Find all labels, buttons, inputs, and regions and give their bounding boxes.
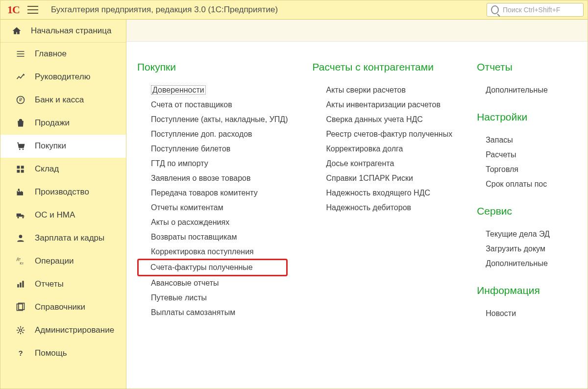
grid-icon — [15, 164, 26, 174]
link[interactable]: Авансовые отчеты — [151, 279, 219, 287]
svg-point-10 — [19, 235, 23, 238]
search-input[interactable] — [502, 5, 579, 14]
sidebar-item-label: Производство — [35, 187, 89, 197]
app-title: Бухгалтерия предприятия, редакция 3.0 (1… — [42, 5, 278, 15]
link[interactable]: Поступление билетов — [151, 145, 230, 153]
link[interactable]: Выплаты самозанятым — [151, 308, 235, 316]
link-item: Торговля — [477, 162, 550, 177]
link-item: Справки 1СПАРК Риски — [312, 171, 452, 186]
section-title[interactable]: Информация — [477, 285, 550, 296]
link-item: Досье контрагента — [312, 156, 452, 171]
link[interactable]: Загрузить докум — [486, 244, 545, 253]
link[interactable]: Акты сверки расчетов — [326, 86, 406, 94]
truck-icon — [15, 210, 26, 220]
link-item: Новости — [477, 306, 550, 321]
svg-rect-6 — [17, 170, 20, 173]
link-item: ГТД по импорту — [137, 156, 288, 171]
sidebar-item-1[interactable]: Руководителю — [0, 66, 126, 89]
ruble-icon: ₽ — [15, 95, 26, 105]
link[interactable]: Поступление (акты, накладные, УПД) — [151, 115, 288, 123]
app-root: 1C Бухгалтерия предприятия, редакция 3.0… — [0, 0, 588, 389]
link[interactable]: Акты о расхождениях — [151, 218, 229, 226]
link[interactable]: Отчеты комитентам — [151, 203, 223, 212]
link-item: Акты о расхождениях — [137, 215, 288, 230]
link-item: Корректировка поступления — [137, 244, 288, 259]
link[interactable]: Досье контрагента — [326, 159, 394, 168]
link[interactable]: Возвраты поставщикам — [151, 233, 237, 241]
link[interactable]: Доверенности — [151, 85, 206, 95]
link[interactable]: Текущие дела ЭД — [486, 230, 550, 238]
link[interactable]: Передача товаров комитенту — [151, 189, 258, 197]
sidebar-item-6[interactable]: Производство — [0, 181, 126, 204]
link[interactable]: Надежность входящего НДС — [326, 189, 430, 197]
bag-icon — [15, 118, 26, 128]
sidebar-home[interactable]: Начальная страница — [0, 20, 126, 43]
tabs-placeholder — [126, 20, 588, 42]
link[interactable]: Дополнительные — [486, 259, 548, 267]
sidebar-item-label: Руководителю — [35, 72, 90, 82]
sidebar-item-label: Покупки — [35, 141, 66, 151]
link[interactable]: Надежность дебиторов — [326, 203, 411, 212]
sidebar-item-8[interactable]: Зарплата и кадры — [0, 227, 126, 250]
link[interactable]: Запасы — [486, 136, 513, 144]
sidebar-item-9[interactable]: ДтКтОперации — [0, 250, 126, 273]
link[interactable]: Акты инвентаризации расчетов — [326, 100, 440, 109]
sidebar-item-12[interactable]: Администрирование — [0, 319, 126, 342]
link[interactable]: Сверка данных учета НДС — [326, 115, 422, 123]
link[interactable]: Торговля — [486, 165, 518, 173]
search-icon — [491, 5, 499, 14]
link[interactable]: Поступление доп. расходов — [151, 130, 252, 138]
link[interactable]: Новости — [486, 309, 516, 317]
link[interactable]: Срок оплаты пос — [486, 180, 547, 188]
link[interactable]: Путевые листы — [151, 293, 207, 302]
svg-rect-7 — [21, 170, 24, 173]
link[interactable]: Корректировка долга — [326, 145, 403, 153]
sidebar-item-label: Справочники — [35, 302, 85, 312]
sidebar-item-0[interactable]: Главное — [0, 43, 126, 66]
svg-text:Кт: Кт — [20, 261, 24, 266]
link[interactable]: Корректировка поступления — [151, 247, 254, 256]
sidebar-item-10[interactable]: Отчеты — [0, 273, 126, 296]
section-title[interactable]: Отчеты — [477, 61, 550, 73]
link-item: Корректировка долга — [312, 142, 452, 156]
link-list: Новости — [477, 306, 550, 321]
sidebar-item-11[interactable]: Справочники — [0, 296, 126, 319]
section-title[interactable]: Расчеты с контрагентами — [312, 61, 452, 73]
link-item: Расчеты — [477, 147, 550, 162]
section-title[interactable]: Сервис — [477, 205, 550, 217]
link[interactable]: Дополнительные — [486, 86, 548, 94]
link-item: Заявления о ввозе товаров — [137, 171, 288, 186]
sidebar-item-13[interactable]: ?Помощь — [0, 342, 126, 365]
link-item: Акты сверки расчетов — [312, 83, 452, 97]
search-box[interactable] — [487, 3, 584, 17]
section-title[interactable]: Настройки — [477, 111, 550, 123]
chart-icon — [15, 72, 26, 82]
link-list: Дополнительные — [477, 83, 550, 97]
logo-area: 1C — [0, 3, 42, 16]
sidebar-item-label: Банк и касса — [35, 95, 84, 105]
link[interactable]: Реестр счетов-фактур полученных — [326, 130, 452, 138]
sidebar-item-7[interactable]: ОС и НМА — [0, 204, 126, 227]
link[interactable]: Расчеты — [486, 150, 516, 159]
menu-icon[interactable] — [27, 6, 38, 14]
sidebar-item-label: ОС и НМА — [35, 210, 75, 220]
section-title[interactable]: Покупки — [137, 61, 288, 73]
bars-icon — [15, 279, 26, 289]
svg-rect-13 — [17, 284, 19, 288]
link-list: Акты сверки расчетовАкты инвентаризации … — [312, 83, 452, 215]
link-item: Текущие дела ЭД — [477, 227, 550, 242]
link[interactable]: Счета-фактуры полученные — [150, 263, 253, 271]
content: ПокупкиДоверенностиСчета от поставщиковП… — [126, 20, 588, 389]
link[interactable]: Справки 1СПАРК Риски — [326, 174, 413, 182]
link[interactable]: Счета от поставщиков — [151, 100, 232, 109]
link-item: Надежность входящего НДС — [312, 186, 452, 200]
link[interactable]: Заявления о ввозе товаров — [151, 174, 250, 182]
link[interactable]: ГТД по импорту — [151, 159, 208, 168]
sidebar-item-3[interactable]: Продажи — [0, 112, 126, 135]
sidebar-item-5[interactable]: Склад — [0, 158, 126, 181]
link-list: ДоверенностиСчета от поставщиковПоступле… — [137, 83, 288, 320]
sidebar-item-4[interactable]: Покупки — [0, 135, 126, 158]
sidebar-item-2[interactable]: ₽Банк и касса — [0, 89, 126, 112]
person-icon — [15, 233, 26, 243]
svg-text:?: ? — [18, 349, 23, 357]
